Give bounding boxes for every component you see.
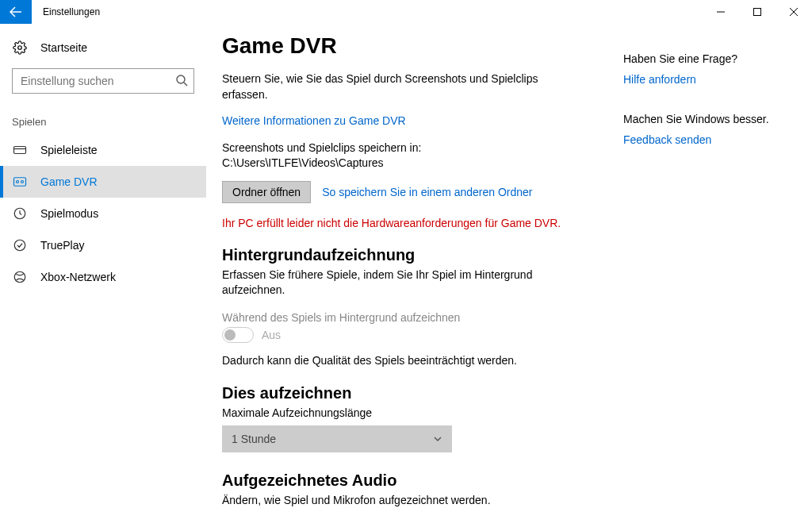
sidebar-item-label: Spieleleiste	[40, 144, 98, 156]
search-icon	[175, 74, 188, 87]
help-panel: Haben Sie eine Frage? Hilfe anfordern Ma…	[623, 33, 790, 508]
sidebar-item-label: Xbox-Netzwerk	[40, 271, 116, 283]
sidebar-group-label: Spielen	[0, 94, 206, 134]
sidebar-home[interactable]: Startseite	[0, 32, 206, 64]
save-elsewhere-link[interactable]: So speichern Sie in einem anderen Ordner	[322, 186, 532, 198]
svg-rect-9	[14, 178, 26, 187]
xbox-icon	[12, 270, 28, 284]
sidebar-item-label: Spielmodus	[40, 207, 98, 220]
svg-point-5	[177, 75, 185, 83]
content-area: Game DVR Steuern Sie, wie Sie das Spiel …	[222, 33, 603, 508]
bg-record-toggle[interactable]	[222, 327, 254, 343]
trueplay-icon	[12, 238, 28, 252]
record-heading: Dies aufzeichnen	[222, 384, 603, 402]
feedback-link[interactable]: Feedback senden	[623, 133, 790, 146]
gear-icon	[12, 40, 28, 55]
bg-toggle-state: Aus	[262, 329, 281, 341]
chevron-down-icon	[433, 434, 442, 444]
bg-option-label: Während des Spiels im Hintergrund aufzei…	[222, 311, 603, 324]
intro-text: Steuern Sie, wie Sie das Spiel durch Scr…	[222, 71, 579, 102]
page-title: Game DVR	[222, 33, 603, 59]
bg-heading: Hintergrundaufzeichnung	[222, 246, 603, 264]
svg-point-14	[14, 271, 25, 283]
sidebar-item-label: TruePlay	[40, 239, 85, 252]
svg-line-6	[184, 83, 187, 86]
max-length-value: 1 Stunde	[232, 433, 276, 445]
sidebar-item-label: Game DVR	[40, 175, 98, 188]
get-help-link[interactable]: Hilfe anfordern	[623, 73, 790, 86]
sidebar-item-xbox-netzwerk[interactable]: Xbox-Netzwerk	[0, 261, 206, 293]
dvr-icon	[12, 175, 28, 189]
help-heading: Haben Sie eine Frage?	[623, 52, 790, 65]
audio-heading: Aufgezeichnetes Audio	[222, 471, 603, 490]
svg-rect-1	[754, 9, 761, 16]
audio-subtext: Ändern, wie Spiel und Mikrofon aufgezeic…	[222, 493, 571, 508]
window-title: Einstellungen	[43, 6, 100, 17]
close-button[interactable]	[776, 0, 812, 24]
maximize-button[interactable]	[739, 0, 776, 24]
more-info-link[interactable]: Weitere Informationen zu Game DVR	[222, 114, 579, 129]
search-input[interactable]	[12, 68, 194, 94]
gamebar-icon	[12, 143, 28, 157]
bg-subtext: Erfassen Sie frühere Spiele, indem Sie I…	[222, 267, 571, 298]
max-length-select[interactable]: 1 Stunde	[222, 425, 452, 452]
bg-note: Dadurch kann die Qualität des Spiels bee…	[222, 354, 603, 367]
record-subtext: Maximale Aufzeichnungslänge	[222, 406, 571, 421]
sidebar-item-trueplay[interactable]: TruePlay	[0, 229, 206, 261]
minimize-button[interactable]	[703, 0, 739, 24]
save-path-text: Screenshots und Spielclips speichern in:…	[222, 140, 579, 171]
svg-point-11	[21, 181, 24, 183]
svg-point-10	[17, 181, 19, 183]
sidebar-home-label: Startseite	[40, 41, 87, 54]
svg-point-13	[14, 240, 25, 251]
improve-heading: Machen Sie Windows besser.	[623, 113, 790, 125]
sidebar-item-game-dvr[interactable]: Game DVR	[0, 166, 206, 198]
open-folder-button[interactable]: Ordner öffnen	[222, 181, 311, 203]
hardware-warning: Ihr PC erfüllt leider nicht die Hardware…	[222, 216, 603, 232]
sidebar-item-spielmodus[interactable]: Spielmodus	[0, 198, 206, 229]
sidebar-item-spieleleiste[interactable]: Spieleleiste	[0, 134, 206, 166]
sidebar: Startseite Spielen Spieleleiste Game DVR	[0, 24, 206, 508]
svg-point-4	[18, 46, 22, 50]
gamemode-icon	[12, 206, 28, 221]
svg-rect-7	[14, 147, 26, 154]
back-button[interactable]	[0, 0, 32, 24]
